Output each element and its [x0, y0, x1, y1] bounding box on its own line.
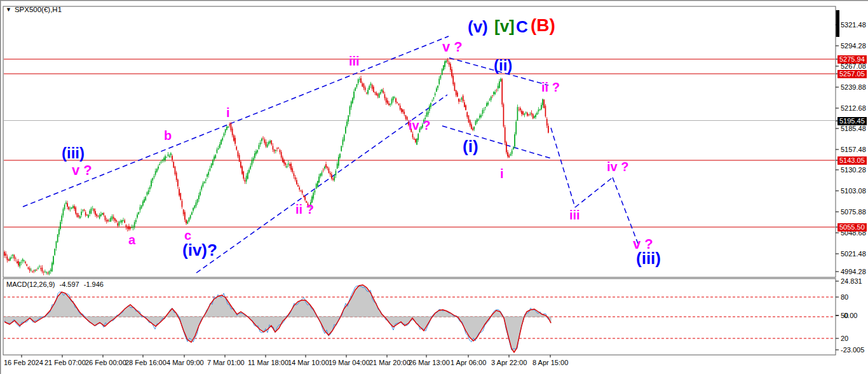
candle-body: [204, 181, 205, 183]
wave-annotation[interactable]: [v]: [494, 18, 515, 34]
candle-body: [135, 220, 137, 222]
trendline-dashed[interactable]: [613, 177, 638, 244]
candle-body: [325, 164, 327, 167]
wave-annotation[interactable]: (ii): [494, 58, 512, 73]
candle-body: [302, 191, 303, 193]
wave-annotation[interactable]: (v): [468, 18, 488, 35]
candle-body: [89, 211, 90, 214]
candle-body: [524, 114, 526, 116]
candle-body: [342, 139, 344, 144]
candle-body: [521, 111, 522, 114]
wave-annotation[interactable]: iv ?: [409, 119, 430, 132]
candle-body: [218, 148, 219, 149]
candle-body: [220, 140, 222, 144]
wave-annotation[interactable]: b: [164, 129, 172, 142]
price-chart-canvas[interactable]: [1, 1, 868, 374]
wave-annotation[interactable]: c: [184, 229, 191, 242]
candle-body: [506, 142, 507, 153]
candle-body: [211, 163, 212, 167]
candle-body: [163, 158, 165, 160]
candle-body: [372, 85, 373, 88]
candle-body: [436, 88, 437, 92]
candle-body: [234, 138, 236, 144]
candle-body: [517, 107, 519, 120]
candle-body: [367, 90, 369, 94]
candle-body: [190, 216, 191, 219]
candle-body: [505, 127, 506, 142]
wave-annotation[interactable]: ii ?: [541, 81, 560, 94]
candle-body: [43, 272, 44, 272]
candle-body: [22, 259, 24, 261]
candle-body: [283, 160, 285, 163]
candle-body: [535, 114, 536, 117]
wave-annotation[interactable]: a: [128, 233, 135, 246]
candle-body: [351, 102, 352, 107]
trendline-dashed[interactable]: [551, 128, 575, 207]
candle-body: [77, 213, 78, 217]
axis-scrollbar-thumb[interactable]: [836, 10, 840, 37]
candle-body: [151, 181, 152, 186]
wave-annotation[interactable]: v ?: [72, 163, 92, 177]
wave-annotation[interactable]: (i): [463, 138, 478, 155]
wave-annotation[interactable]: (iii): [62, 146, 85, 161]
wave-annotation[interactable]: i: [500, 167, 504, 180]
candle-body: [250, 166, 251, 169]
candle-body: [8, 259, 10, 261]
candle-body: [282, 158, 283, 162]
candle-body: [451, 69, 452, 76]
wave-annotation[interactable]: iii: [569, 209, 580, 221]
candle-body: [128, 226, 130, 229]
wave-annotation[interactable]: (iv)?: [182, 242, 217, 258]
candle-body: [289, 164, 290, 166]
candle-body: [358, 80, 359, 83]
candle-body: [261, 139, 262, 141]
chevron-down-icon[interactable]: ▼: [6, 7, 11, 13]
wave-annotation[interactable]: ii ?: [295, 203, 314, 216]
candle-body: [246, 176, 247, 181]
wave-annotation[interactable]: i: [226, 106, 230, 119]
candle-body: [494, 92, 496, 94]
candle-body: [182, 201, 183, 207]
candle-body: [124, 220, 125, 223]
candle-body: [349, 106, 351, 114]
candle-body: [444, 61, 445, 67]
candle-body: [499, 81, 500, 88]
wave-annotation[interactable]: C: [516, 18, 528, 35]
candle-body: [401, 108, 402, 112]
candle-body: [215, 155, 216, 158]
wave-annotation[interactable]: iv ?: [607, 160, 628, 173]
candle-body: [543, 100, 545, 108]
candle-body: [538, 109, 539, 111]
candle-body: [227, 127, 229, 127]
candle-body: [464, 102, 465, 107]
candle-body: [383, 91, 384, 94]
wave-annotation[interactable]: v ?: [442, 40, 463, 54]
candle-body: [545, 106, 546, 116]
candle-body: [501, 79, 503, 104]
candle-body: [403, 112, 405, 114]
candle-body: [93, 209, 95, 211]
candle-body: [180, 193, 181, 200]
wave-annotation[interactable]: (B): [531, 17, 555, 34]
indicator-layer[interactable]: [3, 285, 836, 352]
candle-body: [70, 209, 71, 209]
candle-body: [106, 220, 107, 222]
candle-body: [196, 202, 197, 206]
candle-body: [370, 83, 372, 85]
wave-annotation[interactable]: iii: [349, 55, 360, 67]
trendline-dashed[interactable]: [23, 36, 449, 207]
wave-annotation[interactable]: (iii): [636, 250, 661, 267]
trendline-dashed[interactable]: [575, 177, 613, 207]
trendline-dashed[interactable]: [442, 126, 551, 158]
candle-body: [381, 90, 383, 92]
candle-body: [248, 170, 250, 173]
candle-body: [542, 99, 543, 105]
candle-body: [40, 268, 41, 269]
candle-body: [247, 172, 248, 179]
candle-body: [487, 102, 489, 104]
candle-body: [78, 215, 79, 217]
candle-body: [443, 66, 444, 71]
candle-body: [50, 270, 51, 272]
candle-body: [365, 87, 366, 90]
candle-body: [281, 152, 282, 158]
